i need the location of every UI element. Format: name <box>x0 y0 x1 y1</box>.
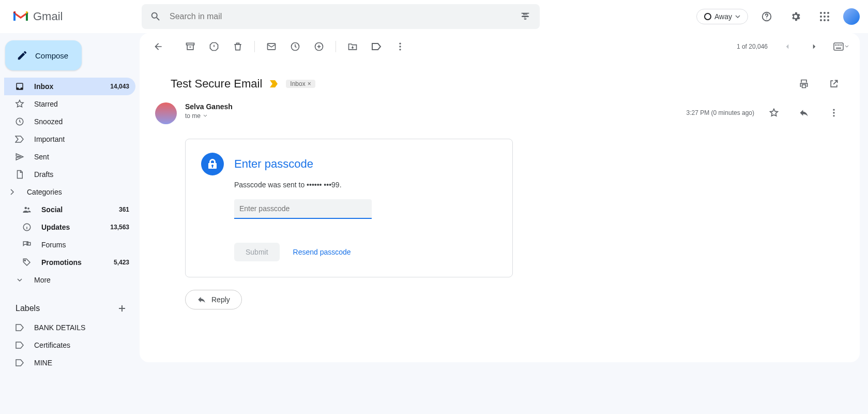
sidebar-item-label: Starred <box>34 100 58 108</box>
move-to-button[interactable] <box>342 36 363 57</box>
report-spam-button[interactable] <box>204 36 224 57</box>
svg-point-30 <box>833 109 834 111</box>
sidebar-item-more[interactable]: More <box>4 271 135 289</box>
passcode-input[interactable] <box>234 199 372 219</box>
support-icon[interactable] <box>756 6 777 27</box>
passcode-header: Enter passcode <box>201 153 497 175</box>
sidebar-item-forums[interactable]: Forums <box>4 236 135 254</box>
passcode-card: Enter passcode Passcode was sent to ••••… <box>185 139 513 277</box>
sidebar-item-updates[interactable]: Updates 13,563 <box>4 218 135 236</box>
sidebar-label-certificates[interactable]: Certificates <box>4 336 135 354</box>
sidebar-label-mine[interactable]: MINE <box>4 354 135 372</box>
passcode-input-wrap <box>234 199 372 219</box>
more-button[interactable] <box>390 36 410 57</box>
open-new-window-button[interactable] <box>824 73 844 94</box>
labels-header: Labels <box>4 289 135 319</box>
resend-passcode-button[interactable]: Resend passcode <box>293 248 351 256</box>
delete-button[interactable] <box>227 36 248 57</box>
svg-rect-16 <box>187 43 194 45</box>
status-ring-icon <box>704 13 711 20</box>
sidebar-item-count: 5,423 <box>114 259 129 266</box>
sidebar-item-snoozed[interactable]: Snoozed <box>4 113 135 130</box>
star-button[interactable] <box>764 102 784 123</box>
svg-point-1 <box>766 19 767 19</box>
sidebar-label-bank-details[interactable]: BANK DETAILS <box>4 319 135 336</box>
svg-point-2 <box>820 12 822 14</box>
sidebar-item-label: Certificates <box>34 341 70 349</box>
sidebar-item-sent[interactable]: Sent <box>4 148 135 166</box>
importance-marker-icon[interactable] <box>269 80 279 88</box>
gmail-icon <box>12 10 29 23</box>
sidebar-item-starred[interactable]: Starred <box>4 95 135 113</box>
sidebar-item-important[interactable]: Important <box>4 130 135 148</box>
sidebar-item-inbox[interactable]: Inbox 14,043 <box>4 78 135 95</box>
lock-timer-icon <box>201 153 224 175</box>
sidebar-item-categories[interactable]: Categories <box>4 183 135 201</box>
search-icon[interactable] <box>146 7 165 26</box>
timestamp: 3:27 PM (0 minutes ago) <box>687 109 754 116</box>
sender-avatar[interactable] <box>155 102 177 124</box>
label-remove-icon[interactable]: × <box>308 80 311 87</box>
passcode-actions: Submit Resend passcode <box>234 243 497 261</box>
chevron-down-icon <box>203 113 208 119</box>
sidebar-item-label: Inbox <box>34 82 53 91</box>
add-label-button[interactable] <box>115 301 129 316</box>
important-icon <box>14 136 25 143</box>
sidebar-item-label: More <box>34 276 51 284</box>
forum-icon <box>22 240 32 249</box>
svg-point-3 <box>824 12 826 14</box>
svg-rect-26 <box>838 45 839 46</box>
sidebar: Compose Inbox 14,043 Starred Snoozed Imp… <box>0 33 140 414</box>
chevron-down-icon <box>14 276 25 284</box>
account-avatar[interactable] <box>843 8 860 25</box>
svg-rect-27 <box>840 45 841 46</box>
compose-button[interactable]: Compose <box>5 40 82 70</box>
sidebar-item-label: Drafts <box>34 170 53 179</box>
message-meta: 3:27 PM (0 minutes ago) <box>687 102 844 123</box>
apps-icon[interactable] <box>814 6 835 27</box>
input-tools-button[interactable] <box>831 36 851 57</box>
subject-actions <box>794 73 844 94</box>
reply-icon-button[interactable] <box>794 102 814 123</box>
search-input[interactable] <box>165 12 515 21</box>
add-to-tasks-button[interactable] <box>309 36 329 57</box>
svg-point-31 <box>833 112 834 113</box>
main-area: 1 of 20,046 Test Secure Email Inbox × <box>140 33 868 414</box>
sidebar-item-label: Categories <box>27 188 62 196</box>
sidebar-item-social[interactable]: Social 361 <box>4 201 135 218</box>
app-header: Gmail Away <box>0 0 868 33</box>
subject-row: Test Secure Email Inbox × <box>140 60 860 99</box>
recipient-line[interactable]: to me <box>185 112 208 120</box>
snooze-button[interactable] <box>285 36 306 57</box>
sidebar-item-count: 14,043 <box>110 83 129 90</box>
label-chip[interactable]: Inbox × <box>286 80 315 88</box>
settings-icon[interactable] <box>785 6 806 27</box>
sidebar-item-label: Important <box>34 135 65 143</box>
reply-button[interactable]: Reply <box>185 290 242 309</box>
gmail-logo[interactable]: Gmail <box>8 10 63 23</box>
message-more-button[interactable] <box>824 102 844 123</box>
search-options-icon[interactable] <box>515 6 536 27</box>
sidebar-item-drafts[interactable]: Drafts <box>4 166 135 183</box>
labels-button[interactable] <box>366 36 387 57</box>
archive-button[interactable] <box>180 36 201 57</box>
chevron-right-icon <box>7 189 18 195</box>
status-chip[interactable]: Away <box>696 9 748 24</box>
svg-point-20 <box>399 43 401 45</box>
toolbar-right: 1 of 20,046 <box>737 36 851 57</box>
search-bar[interactable] <box>142 4 540 29</box>
mark-unread-button[interactable] <box>261 36 282 57</box>
to-text: to me <box>185 112 201 120</box>
older-button[interactable] <box>804 36 825 57</box>
reply-icon <box>197 295 206 304</box>
svg-point-7 <box>827 16 829 18</box>
submit-button[interactable]: Submit <box>234 243 280 261</box>
sidebar-item-count: 13,563 <box>110 224 129 231</box>
svg-point-4 <box>827 12 829 14</box>
svg-point-13 <box>27 208 29 210</box>
print-button[interactable] <box>794 73 814 94</box>
newer-button[interactable] <box>777 36 798 57</box>
sidebar-item-promotions[interactable]: Promotions 5,423 <box>4 254 135 271</box>
back-button[interactable] <box>148 36 169 57</box>
content-card: 1 of 20,046 Test Secure Email Inbox × <box>140 33 860 362</box>
